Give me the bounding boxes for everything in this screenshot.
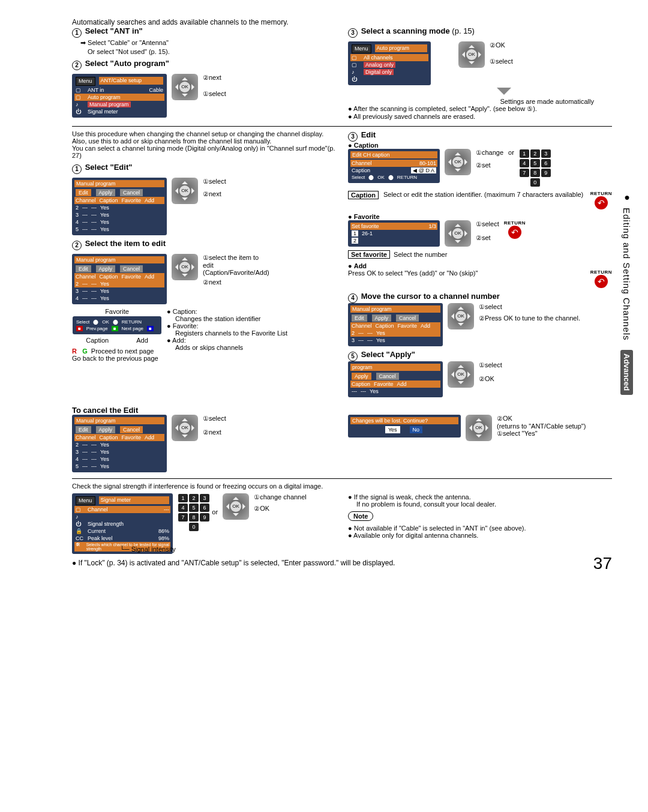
footnote: ● If "Lock" (p. 34) is activated and "AN… [72,559,612,567]
add-desc: Press OK to select "Yes (add)" or "No (s… [348,269,586,277]
m1-title: 1 Select "Edit" [72,163,336,174]
dpad-icon [172,254,198,280]
dpad-icon [172,178,198,204]
dpad-labels-1: ②next ①select [203,74,226,98]
manual-p1: Use this procedure when changing the cha… [72,130,336,137]
return-icon [595,275,608,288]
add-label: Add [136,337,148,344]
favorite-label: Favorite [105,308,129,315]
return-icon [595,196,608,209]
return-icon [508,226,521,239]
note-box: Note [348,511,373,521]
osd-ant-cable: MenuANT/Cable setup ▢ANT inCable ▢Auto p… [72,74,167,118]
osd-cursor: Manual program EditApplyCancel ChannelCa… [348,303,443,346]
m2-title: 2 Select the item to edit [72,239,336,250]
dpad-icon [448,303,474,329]
side-tab-main: Editing and Setting Channels [620,204,633,344]
osd-set-favorite: Set favorite1/3 126-1 2 [348,220,440,247]
m4-title: 4 Move the cursor to a channel number [348,292,612,303]
signal-intro: Check the signal strength if interferenc… [72,483,612,490]
bullet-icon: ● [620,192,634,203]
osd-signal: MenuSignal meter ▢Channel--- ♪ ⏻Signal s… [72,493,173,554]
osd-cancel: Manual program EditApplyCancel ChannelCa… [72,415,167,472]
dpad-icon [458,41,485,68]
numpad-icon: 123 456 789 0 [519,149,551,187]
m3-title: 3 Edit [348,130,612,142]
osd-manual-item: Manual program EditApplyCancel ChannelCa… [72,254,167,304]
side-tab-advanced: Advanced [620,350,633,394]
intro-text: Automatically searches and adds availabl… [72,18,612,26]
numpad-icon: 123 456 789 0 [178,493,210,532]
step-1-title: 1 Select "ANT in" [72,26,336,38]
osd-apply: program ApplyCancel CaptionFavoriteAdd -… [348,361,443,397]
manual-p2: Also, use this to add or skip channels f… [72,137,336,145]
go-back-text: Go back to the previous page [72,355,162,362]
step-3-b2: ● All previously saved channels are eras… [348,113,612,120]
manual-p3: You can select a channel tuning mode (Di… [72,145,336,159]
dpad-icon [445,149,471,175]
caption-desc: Select or edit the station identifier. (… [383,191,586,198]
osd-manual-edit: Manual program EditApplyCancel ChannelCa… [72,178,167,235]
osd-edit-caption: Edit CH caption Channel80-101 Caption◀ @… [348,149,440,183]
step-3-b1: ● After the scanning is completed, selec… [348,105,612,113]
dpad-icon [448,361,474,388]
arrow-down-icon [497,88,511,95]
osd-confirm: Changes will be lost. Continue? Yes No [348,415,461,438]
step-1-line2: Or select "Not used" (p. 15). [88,48,336,55]
dpad-icon [223,493,249,520]
step-3-auto: Settings are made automatically [348,98,594,105]
step-2-title: 2 Select "Auto program" [72,59,336,70]
caption-label: Caption [86,337,109,344]
dpad-labels-2: ②OK ①select [490,41,513,65]
osd-auto-program: MenuAuto program ▢All channels ▢Analog o… [348,41,431,85]
side-tab: ● Editing and Setting Channels Advanced [620,192,634,444]
dpad-icon [172,74,198,100]
dpad-icon [172,415,198,441]
cancel-title: To cancel the Edit [72,406,612,415]
step-1-line1: ➡ Select "Cable" or "Antenna" [80,39,336,47]
m5-title: 5 Select "Apply" [348,350,612,361]
step-3-title: 3 Select a scanning mode (p. 15) [348,26,612,38]
page-number: 37 [593,554,612,573]
dpad-icon [445,220,471,247]
caption-box: Caption [348,191,379,199]
dpad-icon [466,415,492,441]
